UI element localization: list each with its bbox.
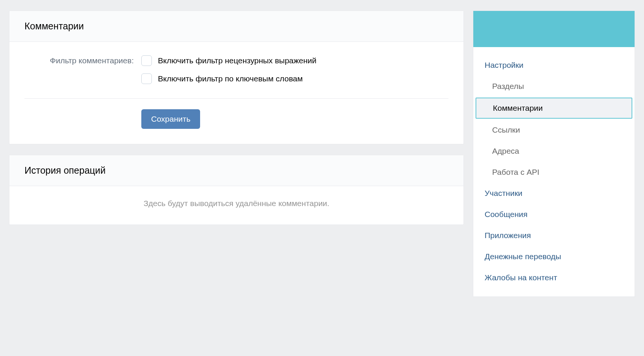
sidebar-item-members[interactable]: Участники xyxy=(473,183,635,204)
checkbox-keywords-label: Включить фильтр по ключевым словам xyxy=(158,74,303,83)
sidebar-item-messages[interactable]: Сообщения xyxy=(473,204,635,225)
sidebar-item-api[interactable]: Работа с API xyxy=(473,162,635,183)
sidebar-banner xyxy=(473,11,635,47)
button-row: Сохранить xyxy=(24,109,448,129)
checkbox-keywords[interactable]: Включить фильтр по ключевым словам xyxy=(141,73,448,84)
history-card-header: История операций xyxy=(9,155,463,186)
save-button[interactable]: Сохранить xyxy=(141,109,200,129)
comments-card-header: Комментарии xyxy=(9,11,463,42)
sidebar-item-money[interactable]: Денежные переводы xyxy=(473,246,635,267)
sidebar-item-comments[interactable]: Комментарии xyxy=(476,98,632,119)
sidebar-list: Настройки Разделы Комментарии Ссылки Адр… xyxy=(473,47,635,296)
filter-inputs: Включить фильтр нецензурных выражений Вк… xyxy=(141,55,448,92)
comments-card: Комментарии Фильтр комментариев: Включит… xyxy=(9,11,464,144)
sidebar-item-addresses[interactable]: Адреса xyxy=(473,141,635,162)
divider xyxy=(24,98,448,99)
sidebar-item-sections[interactable]: Разделы xyxy=(473,76,635,97)
history-empty-text: Здесь будут выводиться удалённые коммент… xyxy=(9,186,463,225)
checkbox-profanity-label: Включить фильтр нецензурных выражений xyxy=(158,56,317,65)
filter-label: Фильтр комментариев: xyxy=(24,55,134,65)
checkbox-box-icon xyxy=(141,55,152,66)
sidebar-item-settings[interactable]: Настройки xyxy=(473,55,635,76)
sidebar-item-links[interactable]: Ссылки xyxy=(473,119,635,141)
sidebar: Настройки Разделы Комментарии Ссылки Адр… xyxy=(473,11,635,297)
sidebar-item-apps[interactable]: Приложения xyxy=(473,225,635,246)
checkbox-box-icon xyxy=(141,73,152,84)
sidebar-item-reports[interactable]: Жалобы на контент xyxy=(473,267,635,288)
history-card: История операций Здесь будут выводиться … xyxy=(9,155,464,225)
checkbox-profanity[interactable]: Включить фильтр нецензурных выражений xyxy=(141,55,448,66)
history-title: История операций xyxy=(24,165,448,176)
comments-title: Комментарии xyxy=(24,21,448,32)
comments-card-body: Фильтр комментариев: Включить фильтр нец… xyxy=(9,42,463,144)
filter-row: Фильтр комментариев: Включить фильтр нец… xyxy=(24,55,448,92)
